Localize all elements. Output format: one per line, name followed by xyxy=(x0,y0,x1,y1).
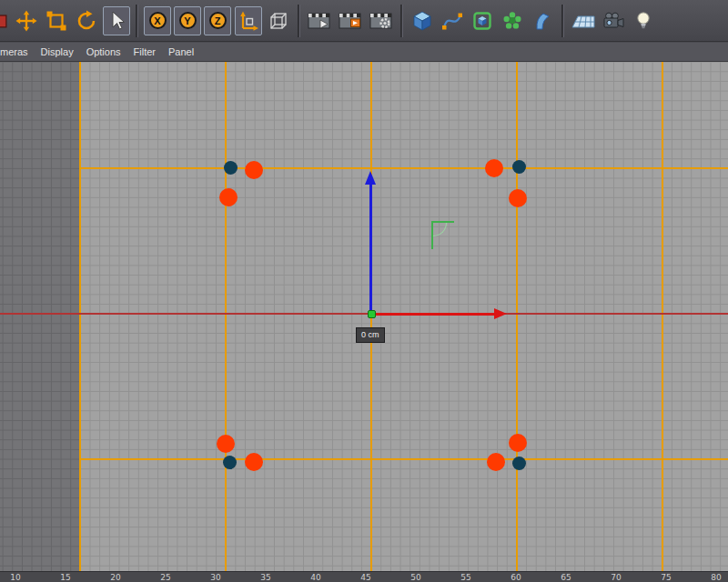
world-x-axis-line xyxy=(0,313,728,315)
ruler-tick-label: 30 xyxy=(210,572,220,582)
viewport-menubar: meras Display Options Filter Panel xyxy=(0,43,728,62)
snap-angle-arc xyxy=(433,223,447,236)
camera-icon xyxy=(602,10,625,32)
grid-major-vertical-line xyxy=(79,62,81,571)
x-axis-lock-button[interactable]: X xyxy=(144,6,171,35)
scale-icon xyxy=(46,10,67,32)
menu-options[interactable]: Options xyxy=(86,46,121,57)
scale-tool-button[interactable] xyxy=(43,6,70,35)
x-axis-arrowhead-icon[interactable] xyxy=(494,308,507,319)
light-bulb-icon xyxy=(632,10,654,32)
select-tool-button[interactable] xyxy=(103,6,130,35)
array-flower-icon xyxy=(501,10,523,32)
snap-angle-indicator xyxy=(431,221,454,249)
origin-handle[interactable] xyxy=(368,310,376,318)
add-subdivision-button[interactable] xyxy=(469,6,496,35)
toolbar-separator xyxy=(298,5,300,37)
render-settings-gear-icon xyxy=(369,10,393,32)
ruler-tick-label: 75 xyxy=(661,572,671,582)
grid-major-horizontal-line xyxy=(80,458,728,460)
toolbar-separator xyxy=(136,5,138,37)
vertex-point-selected[interactable] xyxy=(245,161,263,179)
horizontal-ruler: 101520253035404550556065707580 xyxy=(0,571,728,582)
axes-icon xyxy=(238,10,259,32)
y-axis-lock-label: Y xyxy=(179,12,197,29)
add-deformer-button[interactable] xyxy=(529,6,556,35)
y-axis-lock-button[interactable]: Y xyxy=(174,6,201,35)
vertex-point-unselected[interactable] xyxy=(223,456,237,469)
main-toolbar: X Y Z xyxy=(0,0,728,42)
clipped-icon xyxy=(0,10,11,32)
rotate-tool-button[interactable] xyxy=(73,6,100,35)
rotate-icon xyxy=(76,10,97,32)
render-settings-button[interactable] xyxy=(368,6,395,35)
ruler-tick-label: 15 xyxy=(60,572,70,582)
vertex-point-selected[interactable] xyxy=(487,453,505,471)
y-axis-arrowhead-icon[interactable] xyxy=(365,171,376,185)
wireframe-cube-icon xyxy=(268,10,289,32)
floor-grid-icon xyxy=(571,10,595,32)
grid-major-vertical-line xyxy=(516,62,518,571)
toolbar-separator xyxy=(561,5,564,37)
add-cube-button[interactable] xyxy=(409,6,436,35)
cube-icon xyxy=(411,10,433,32)
origin-coordinate-label: 0 cm xyxy=(356,327,385,343)
ruler-tick-label: 10 xyxy=(10,572,20,582)
add-light-button[interactable] xyxy=(630,6,657,35)
toolbar-separator xyxy=(400,5,403,37)
spline-pen-icon xyxy=(441,10,463,32)
subdivision-cage-icon xyxy=(471,10,493,32)
ruler-tick-label: 25 xyxy=(160,572,170,582)
x-axis-lock-label: X xyxy=(149,12,167,29)
vertex-point-unselected[interactable] xyxy=(512,457,526,470)
vertex-point-selected[interactable] xyxy=(219,188,238,206)
ruler-tick-label: 80 xyxy=(711,572,721,582)
menu-panel[interactable]: Panel xyxy=(168,46,194,57)
add-spline-button[interactable] xyxy=(439,6,466,35)
vertex-point-unselected[interactable] xyxy=(512,160,526,174)
add-camera-button[interactable] xyxy=(600,6,627,35)
ruler-tick-label: 70 xyxy=(611,572,621,582)
z-axis-lock-label: Z xyxy=(209,12,227,29)
vertex-point-selected[interactable] xyxy=(485,159,503,177)
ruler-tick-label: 40 xyxy=(310,572,320,582)
x-axis-gizmo-handle[interactable] xyxy=(371,313,495,316)
render-picture-viewer-button[interactable] xyxy=(337,6,364,35)
render-view-icon xyxy=(308,10,331,32)
ruler-tick-label: 20 xyxy=(110,572,120,582)
z-axis-lock-button[interactable]: Z xyxy=(204,6,231,35)
menu-display[interactable]: Display xyxy=(41,46,74,57)
ruler-tick-label: 35 xyxy=(260,572,270,582)
coordinate-cube-button[interactable] xyxy=(265,6,292,35)
render-picture-viewer-icon xyxy=(339,10,362,32)
grid-major-vertical-line xyxy=(662,62,663,571)
grid-major-horizontal-line xyxy=(80,167,728,169)
vertex-point-selected[interactable] xyxy=(217,435,235,453)
vertex-point-unselected[interactable] xyxy=(224,161,238,175)
menu-cameras[interactable]: meras xyxy=(0,46,28,57)
add-floor-button[interactable] xyxy=(570,6,597,35)
add-array-button[interactable] xyxy=(499,6,526,35)
vertex-point-selected[interactable] xyxy=(509,434,527,452)
ruler-tick-label: 50 xyxy=(410,572,420,582)
coordinate-axes-button[interactable] xyxy=(235,6,262,35)
ruler-tick-label: 55 xyxy=(460,572,470,582)
ruler-tick-label: 60 xyxy=(511,572,521,582)
ruler-tick-label: 65 xyxy=(561,572,571,582)
move-tool-button[interactable] xyxy=(13,6,40,35)
viewport-outer-region xyxy=(0,62,80,571)
y-axis-gizmo-handle[interactable] xyxy=(369,184,372,314)
cursor-icon xyxy=(106,10,127,32)
grid-major-vertical-line xyxy=(225,62,227,571)
render-view-button[interactable] xyxy=(306,6,333,35)
bend-deformer-icon xyxy=(531,10,553,32)
vertex-point-selected[interactable] xyxy=(245,453,263,471)
viewport-canvas[interactable]: 0 cm xyxy=(0,62,728,571)
vertex-point-selected[interactable] xyxy=(509,189,527,207)
ruler-tick-label: 45 xyxy=(360,572,370,582)
menu-filter[interactable]: Filter xyxy=(134,46,156,57)
move-icon xyxy=(15,10,37,32)
clipped-toolbar-button[interactable] xyxy=(0,6,11,35)
